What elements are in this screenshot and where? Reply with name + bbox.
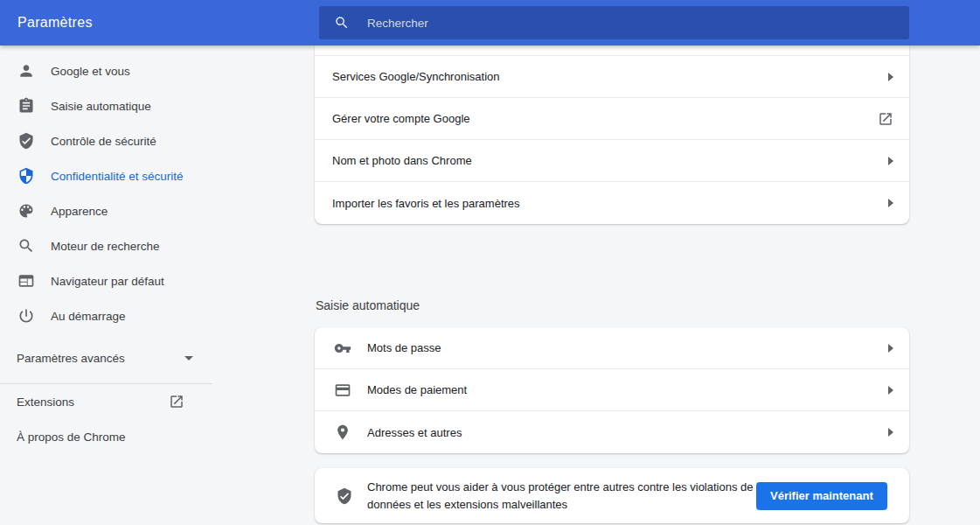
sidebar-advanced-toggle[interactable]: Paramètres avancés: [0, 340, 315, 375]
sidebar-item-default-browser[interactable]: Navigateur par défaut: [0, 263, 315, 298]
sidebar-item-label: Moteur de recherche: [51, 240, 160, 253]
external-link-icon: [878, 111, 893, 127]
sidebar-item-safety-check[interactable]: Contrôle de sécurité: [0, 123, 315, 158]
sidebar-item-label: Confidentialité et sécurité: [51, 170, 184, 183]
row-addresses[interactable]: Adresses et autres: [315, 411, 909, 453]
autofill-card: Mots de passe Modes de paiement Adresses…: [315, 327, 909, 453]
sidebar-item-label: Au démarrage: [51, 310, 126, 323]
row-google-services-sync[interactable]: Services Google/Synchronisation: [315, 56, 909, 98]
sidebar-item-search-engine[interactable]: Moteur de recherche: [0, 228, 315, 263]
arrow-right-icon: [888, 199, 893, 207]
search-input[interactable]: [367, 17, 857, 30]
sidebar-item-label: Apparence: [51, 205, 108, 218]
location-pin-icon: [334, 424, 351, 441]
settings-content: Services Google/Synchronisation Gérer vo…: [315, 46, 909, 525]
check-now-button[interactable]: Vérifier maintenant: [756, 482, 887, 510]
key-icon: [334, 340, 351, 357]
about-label: À propos de Chrome: [17, 430, 126, 444]
page-title: Paramètres: [17, 15, 93, 31]
arrow-right-icon: [888, 386, 893, 395]
credit-card-icon: [334, 382, 351, 399]
browser-icon: [17, 272, 35, 290]
safety-check-description: Chrome peut vous aider à vous protéger e…: [367, 479, 756, 514]
person-icon: [17, 62, 35, 80]
sidebar-item-label: Saisie automatique: [51, 100, 151, 113]
arrow-right-icon: [888, 344, 893, 353]
arrow-right-icon: [888, 428, 893, 437]
shield-check-icon: [17, 132, 35, 150]
safety-check-card: Chrome peut vous aider à vous protéger e…: [315, 468, 909, 523]
row-import-bookmarks[interactable]: Importer les favoris et les paramètres: [315, 182, 909, 224]
clipboard-icon: [17, 97, 35, 115]
clipped-row: [315, 46, 909, 56]
security-shield-icon: [17, 167, 35, 185]
sidebar-item-appearance[interactable]: Apparence: [0, 193, 315, 228]
header-toolbar: Paramètres: [0, 0, 980, 46]
sidebar: Google et vous Saisie automatique Contrô…: [0, 46, 315, 525]
sidebar-item-label: Navigateur par défaut: [51, 275, 164, 288]
chevron-down-icon: [184, 356, 193, 360]
row-passwords[interactable]: Mots de passe: [315, 327, 909, 369]
advanced-label: Paramètres avancés: [17, 352, 125, 365]
sidebar-item-google[interactable]: Google et vous: [0, 53, 315, 88]
section-title-autofill: Saisie automatique: [316, 298, 420, 312]
row-manage-google-account[interactable]: Gérer votre compte Google: [315, 98, 909, 140]
search-icon: [17, 237, 35, 255]
sidebar-item-about-chrome[interactable]: À propos de Chrome: [0, 419, 315, 454]
google-account-card: Services Google/Synchronisation Gérer vo…: [315, 46, 909, 224]
power-icon: [17, 307, 35, 325]
sidebar-item-autofill[interactable]: Saisie automatique: [0, 88, 315, 123]
search-bar[interactable]: [319, 6, 909, 39]
row-name-and-picture[interactable]: Nom et photo dans Chrome: [315, 140, 909, 182]
sidebar-item-privacy[interactable]: Confidentialité et sécurité: [0, 158, 315, 193]
sidebar-item-on-startup[interactable]: Au démarrage: [0, 298, 315, 333]
extensions-label: Extensions: [17, 396, 74, 409]
sidebar-item-label: Google et vous: [51, 65, 130, 78]
search-icon: [334, 15, 350, 31]
external-link-icon: [169, 394, 184, 410]
shield-check-icon: [336, 487, 353, 505]
sidebar-item-extensions[interactable]: Extensions: [0, 384, 315, 419]
arrow-right-icon: [888, 157, 893, 165]
row-payment-methods[interactable]: Modes de paiement: [315, 369, 909, 411]
sidebar-item-label: Contrôle de sécurité: [51, 135, 156, 148]
palette-icon: [17, 202, 35, 220]
arrow-right-icon: [888, 73, 893, 81]
